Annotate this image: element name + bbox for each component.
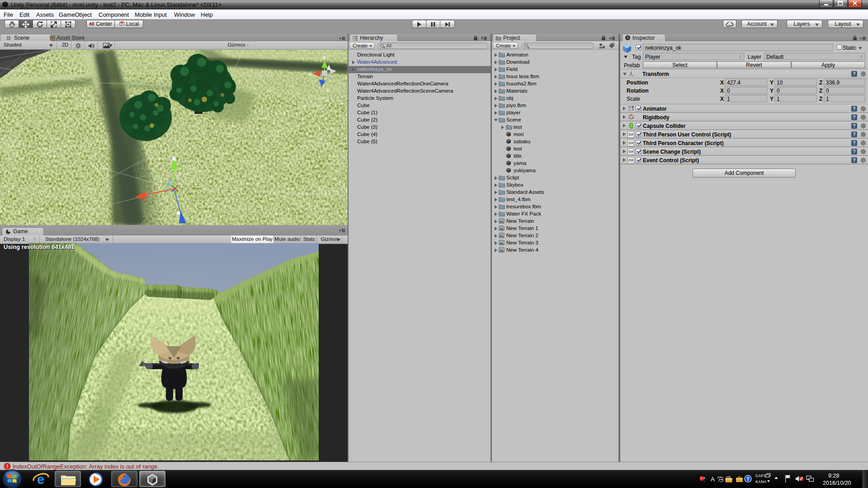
svg-text:< Persp: < Persp <box>315 95 330 100</box>
svg-text:z: z <box>326 87 329 93</box>
svg-text:?: ? <box>746 476 749 482</box>
svg-text:y: y <box>323 54 326 60</box>
svg-text:x: x <box>309 71 312 76</box>
